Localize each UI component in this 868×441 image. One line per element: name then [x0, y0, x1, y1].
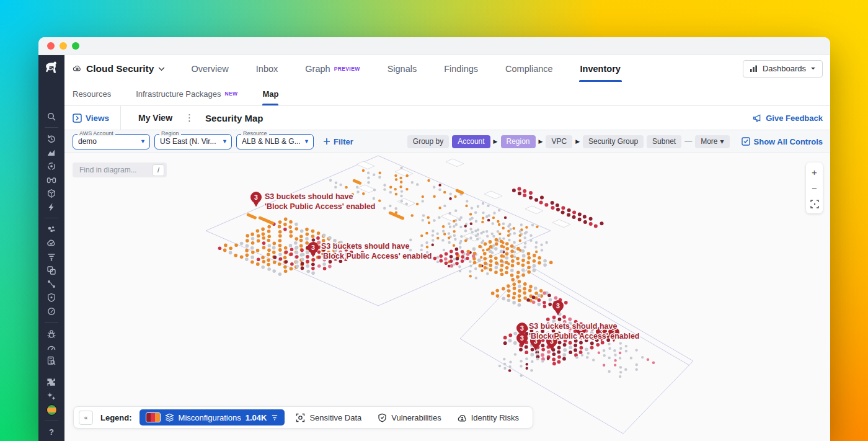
- show-all-controls-link[interactable]: Show All Controls: [742, 137, 823, 146]
- finding-pin[interactable]: 3: [308, 242, 319, 257]
- close-window-button[interactable]: [47, 42, 55, 50]
- legend-item-identity-risks[interactable]: Identity Risks: [453, 409, 524, 425]
- watchdog-icon[interactable]: [46, 174, 57, 185]
- tab-inventory[interactable]: Inventory: [580, 55, 621, 82]
- legend-item-label: Sensitive Data: [309, 413, 361, 422]
- group-by-more-button[interactable]: More ▾: [695, 135, 729, 148]
- log-pipelines-icon[interactable]: [46, 251, 57, 262]
- filter-region-select[interactable]: Region US East (N. Vir... ▼: [154, 134, 232, 149]
- chevron-down-icon: ▾: [720, 137, 724, 146]
- fit-to-screen-icon: [810, 200, 819, 208]
- give-feedback-label: Give Feedback: [766, 114, 823, 123]
- siem-icon[interactable]: [46, 306, 57, 316]
- help-icon[interactable]: ?: [46, 427, 57, 437]
- group-by-security-group[interactable]: Security Group: [583, 135, 644, 148]
- group-by-account[interactable]: Account: [452, 135, 490, 148]
- add-filter-button[interactable]: Filter: [323, 137, 353, 146]
- metrics-icon[interactable]: [46, 147, 57, 158]
- resource-dots[interactable]: [575, 342, 655, 378]
- dashboards-button[interactable]: Dashboards: [743, 60, 823, 78]
- group-arrow-icon: ▶: [575, 138, 580, 145]
- divider: [45, 127, 58, 128]
- tab-label: Graph: [305, 64, 330, 74]
- tab-my-view[interactable]: My View: [132, 110, 179, 125]
- legend-items: Misconfigurations1.04KSensitive DataVuln…: [140, 409, 524, 425]
- finding-pin[interactable]: 3: [552, 300, 564, 316]
- zoom-window-button[interactable]: [72, 42, 79, 50]
- chevron-down-icon: ▼: [222, 138, 228, 145]
- resource-dots[interactable]: [498, 349, 550, 376]
- macos-titlebar: [38, 37, 830, 55]
- tab-label: Compliance: [505, 64, 553, 74]
- give-feedback-link[interactable]: Give Feedback: [753, 114, 823, 123]
- legend-item-sensitive-data[interactable]: Sensitive Data: [291, 409, 366, 425]
- filter-bar: AWS Account demo ▼ Region US East (N. Vi…: [64, 130, 830, 153]
- product-tabs: OverviewInboxGraphPREVIEWSignalsFindings…: [191, 55, 620, 82]
- bits-ai-icon[interactable]: [46, 391, 57, 401]
- tab-findings[interactable]: Findings: [444, 55, 478, 82]
- find-in-diagram-input[interactable]: [78, 165, 153, 175]
- minimize-window-button[interactable]: [60, 42, 67, 50]
- legend-item-label: Identity Risks: [471, 413, 519, 422]
- add-filter-label: Filter: [334, 137, 353, 146]
- integrations-icon[interactable]: [46, 377, 57, 388]
- subtab-label: Infrastructure Packages: [136, 89, 221, 99]
- legend-item-label: Vulnerabilities: [391, 413, 441, 422]
- zoom-out-button[interactable]: −: [806, 180, 823, 196]
- processes-icon[interactable]: [46, 224, 57, 234]
- pin-count: 3: [556, 302, 560, 310]
- subtab-infrastructure-packages[interactable]: Infrastructure PackagesNEW: [136, 82, 237, 105]
- tab-inbox[interactable]: Inbox: [256, 55, 278, 82]
- bug-tracking-icon[interactable]: [46, 328, 57, 339]
- chevron-down-icon: ▼: [304, 138, 309, 145]
- legend-collapse-button[interactable]: «: [79, 411, 93, 425]
- service-map-icon[interactable]: [46, 278, 57, 289]
- divider: [45, 421, 58, 421]
- filter-aws-account-select[interactable]: AWS Account demo ▼: [73, 134, 150, 149]
- slash-shortcut-badge: /: [153, 164, 164, 176]
- group-arrow-icon: ▶: [494, 138, 498, 145]
- group-by-bar: Group byAccount▶Region▶VPC▶Security Grou…: [407, 135, 730, 148]
- app-sidebar: ?: [38, 55, 64, 441]
- group-by-vpc[interactable]: VPC: [546, 135, 572, 148]
- views-icon: [73, 114, 82, 123]
- zoom-in-button[interactable]: +: [806, 164, 823, 180]
- views-button[interactable]: Views: [73, 114, 120, 123]
- legend-item-misconfigurations[interactable]: Misconfigurations1.04K: [140, 409, 285, 425]
- avatar-icon[interactable]: [46, 404, 57, 415]
- search-icon[interactable]: [46, 111, 57, 122]
- legend-item-vulnerabilities[interactable]: Vulnerabilities: [373, 409, 446, 425]
- app-security-icon[interactable]: [46, 292, 57, 303]
- history-icon[interactable]: [46, 133, 57, 144]
- divider: [120, 106, 121, 130]
- tab-compliance[interactable]: Compliance: [505, 55, 553, 82]
- cloud-security-icon: [73, 64, 82, 73]
- cloud-security-icon[interactable]: [46, 238, 57, 248]
- subtab-resources[interactable]: Resources: [73, 82, 111, 105]
- infrastructure-icon[interactable]: [46, 188, 57, 198]
- organizations-icon[interactable]: [46, 265, 57, 275]
- tab-graph[interactable]: GraphPREVIEW: [305, 55, 360, 82]
- shield-layers-icon: [165, 413, 174, 422]
- apm-icon[interactable]: [46, 161, 57, 171]
- funnel-icon[interactable]: [271, 414, 278, 421]
- events-icon[interactable]: [46, 202, 57, 212]
- product-switcher[interactable]: Cloud Security: [73, 63, 165, 74]
- tab-overview[interactable]: Overview: [191, 55, 228, 82]
- group-by-subnet[interactable]: Subnet: [647, 135, 681, 148]
- finding-label: S3 buckets should have: [529, 322, 617, 331]
- audit-logs-icon[interactable]: [46, 355, 57, 366]
- security-map-canvas[interactable]: 3333333333S3 buckets should have'Block P…: [64, 153, 830, 441]
- finding-pin[interactable]: 3: [250, 192, 262, 207]
- fit-to-screen-button[interactable]: [806, 196, 823, 212]
- group-by-region[interactable]: Region: [501, 135, 536, 148]
- view-options-kebab-icon[interactable]: ⋮: [179, 112, 200, 123]
- filter-resource-select[interactable]: Resource ALB & NLB & G... ▼: [236, 134, 314, 149]
- quality-gauge-icon[interactable]: [46, 342, 57, 352]
- resource-dots[interactable]: [491, 280, 549, 306]
- tab-signals[interactable]: Signals: [388, 55, 417, 82]
- datadog-logo[interactable]: [38, 55, 64, 81]
- group-arrow-icon: ▶: [539, 138, 543, 145]
- subtab-map[interactable]: Map: [262, 82, 278, 105]
- product-title: Cloud Security: [86, 63, 154, 74]
